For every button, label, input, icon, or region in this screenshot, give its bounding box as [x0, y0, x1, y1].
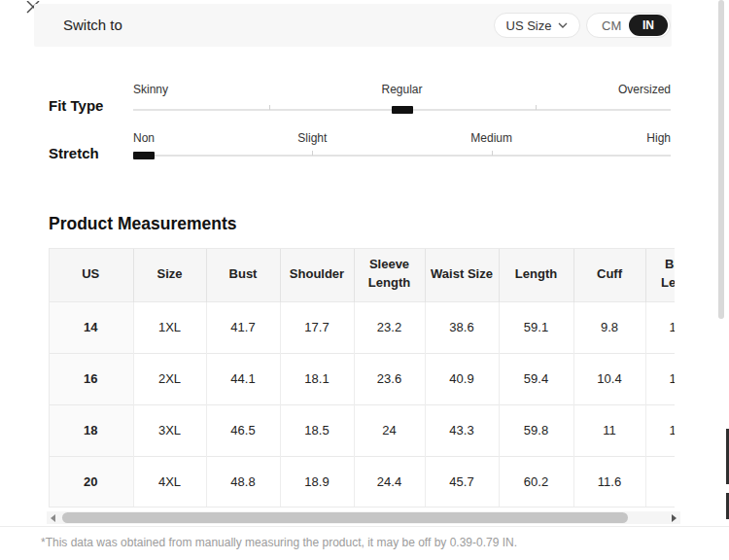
table-cell: 43.3	[425, 404, 499, 456]
table-cell: 59.8	[499, 404, 573, 456]
table-cell: 18	[49, 404, 133, 456]
table-cell: 41.7	[206, 301, 280, 353]
table-cell: 14	[49, 301, 133, 353]
table-cell: 45.7	[425, 456, 499, 508]
measurements-table-viewport: USSizeBustShoulderSleeve LengthWaist Siz…	[49, 248, 675, 508]
table-cell: 1XL	[133, 301, 206, 353]
stretch-option: Non	[133, 131, 155, 145]
product-measurements-title: Product Measurements	[49, 214, 237, 234]
header-cell: Length	[499, 248, 573, 301]
measurement-disclaimer: *This data was obtained from manually me…	[41, 536, 517, 549]
table-cell: 1	[645, 301, 675, 353]
header-cell: US	[49, 248, 133, 301]
fit-option: Oversized	[618, 83, 671, 96]
unit-cm-option[interactable]: CM	[587, 18, 621, 33]
header-cell: Cuff	[573, 248, 645, 301]
stretch-label: Stretch	[49, 145, 99, 161]
header-cell: Bicep Length	[645, 248, 675, 301]
horizontal-scrollbar-thumb[interactable]	[62, 512, 628, 523]
size-guide-panel: Switch to US Size CM IN Fit TypeSkinnyRe…	[0, 0, 729, 560]
fit-option: Regular	[381, 83, 422, 96]
switch-to-label: Switch to	[63, 4, 122, 47]
stretch-selected-indicator	[133, 152, 155, 159]
unit-toggle: CM IN	[586, 13, 671, 38]
stretch-option: Medium	[470, 131, 512, 145]
table-header-row: USSizeBustShoulderSleeve LengthWaist Siz…	[49, 248, 675, 301]
table-cell: 2XL	[133, 353, 206, 404]
fit-tick	[536, 105, 537, 110]
table-cell: 17.7	[280, 301, 354, 353]
fit-tick	[269, 105, 270, 110]
header-cell: Sleeve Length	[354, 248, 425, 301]
table-cell: 10.4	[573, 353, 645, 404]
table-cell: 46.5	[206, 404, 280, 456]
table-cell: 11.6	[573, 456, 645, 508]
unit-in-option[interactable]: IN	[629, 15, 668, 36]
table-cell: 48.8	[206, 456, 280, 508]
size-system-value: US Size	[506, 18, 552, 33]
table-cell	[645, 456, 675, 508]
stretch-option: Slight	[297, 131, 327, 145]
table-cell: 9.8	[573, 301, 645, 353]
size-system-dropdown[interactable]: US Size	[494, 13, 580, 38]
table-cell: 18.1	[280, 353, 354, 404]
fit-label: Fit Type	[49, 97, 103, 114]
fit-option: Skinny	[133, 83, 168, 96]
table-cell: 38.6	[425, 301, 499, 353]
chevron-down-icon	[558, 22, 568, 28]
table-cell: 59.1	[499, 301, 573, 353]
table-cell: 4XL	[133, 456, 206, 508]
table-cell: 40.9	[425, 353, 499, 404]
table-cell: 3XL	[133, 404, 206, 456]
table-cell: 18.9	[280, 456, 354, 508]
stretch-tick	[492, 151, 493, 156]
table-cell: 24	[354, 404, 425, 456]
vertical-scrollbar-thumb[interactable]	[718, 0, 724, 319]
table-cell: 18.5	[280, 404, 354, 456]
header-cell: Size	[133, 248, 206, 301]
measurements-table: USSizeBustShoulderSleeve LengthWaist Siz…	[49, 248, 675, 508]
table-row: 162XL44.118.123.640.959.410.41	[49, 353, 675, 404]
table-cell: 20	[49, 456, 133, 508]
table-row: 204XL48.818.924.445.760.211.6	[49, 456, 675, 508]
fit-selected-indicator	[392, 106, 413, 114]
bottom-divider	[0, 526, 729, 527]
table-cell: 23.6	[354, 353, 425, 404]
scroll-right-arrow-icon[interactable]	[672, 514, 677, 522]
stretch-track	[133, 155, 671, 157]
horizontal-scrollbar[interactable]	[47, 511, 680, 524]
table-cell: 60.2	[499, 456, 573, 508]
table-cell: 23.2	[354, 301, 425, 353]
table-row: 183XL46.518.52443.359.8111	[49, 404, 675, 456]
table-cell: 44.1	[206, 353, 280, 404]
header-cell: Bust	[206, 248, 280, 301]
header-cell: Waist Size	[425, 248, 499, 301]
switch-to-bar: Switch to US Size CM IN	[34, 4, 672, 47]
table-row: 141XL41.717.723.238.659.19.81	[49, 301, 675, 353]
table-cell: 16	[49, 353, 133, 404]
table-cell: 11	[573, 404, 645, 456]
header-cell: Shoulder	[280, 248, 354, 301]
stretch-option: High	[646, 131, 671, 145]
table-cell: 59.4	[499, 353, 573, 404]
table-cell: 1	[645, 404, 675, 456]
table-cell: 1	[645, 353, 675, 404]
stretch-tick	[312, 151, 313, 156]
table-cell: 24.4	[354, 456, 425, 508]
scroll-left-arrow-icon[interactable]	[51, 514, 55, 522]
